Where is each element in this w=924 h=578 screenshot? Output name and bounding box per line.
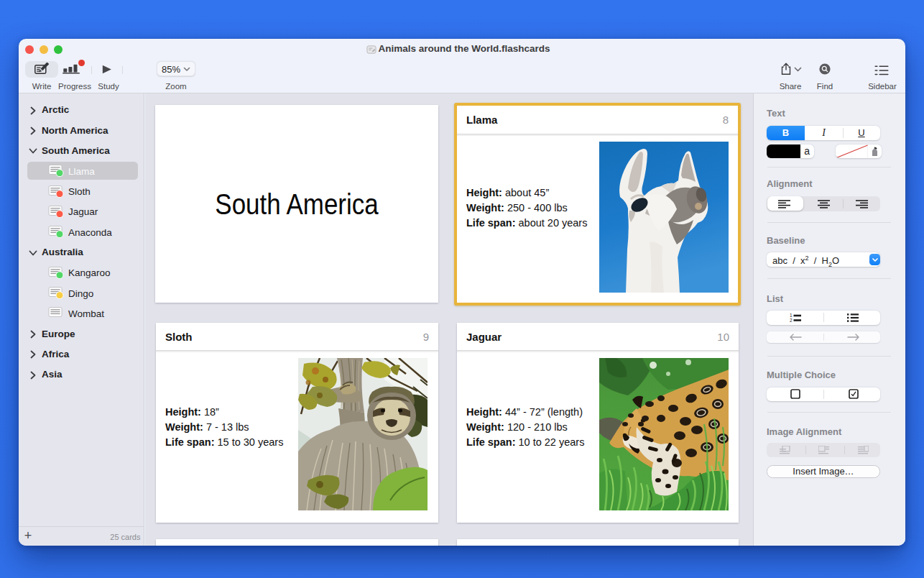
svg-text:2: 2 [790,318,793,322]
